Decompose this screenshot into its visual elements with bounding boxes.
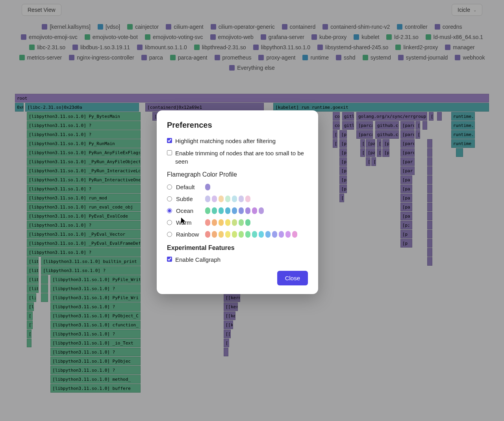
swatch <box>232 196 237 202</box>
swatch <box>259 207 264 214</box>
callgraph-checkbox-row[interactable]: Enable Callgraph <box>167 255 308 264</box>
swatch <box>259 231 264 238</box>
callgraph-checkbox[interactable] <box>167 257 172 262</box>
color-profile-radio[interactable] <box>167 184 172 190</box>
color-profile-rainbow[interactable]: Rainbow <box>167 229 308 239</box>
color-profile-default[interactable]: Default <box>167 182 308 192</box>
color-profile-warm[interactable]: Warm <box>167 218 308 227</box>
swatch <box>212 231 217 238</box>
trim-checkbox[interactable] <box>167 150 172 155</box>
color-profile-swatches <box>205 184 210 190</box>
swatch <box>245 196 250 202</box>
swatch <box>272 231 277 238</box>
highlight-label: Highlight matching nodes after filtering <box>175 137 276 145</box>
color-profile-ocean[interactable]: Ocean <box>167 206 308 215</box>
trim-checkbox-row[interactable]: Enable trimming of nodes that are too sm… <box>167 149 308 166</box>
color-profile-radio[interactable] <box>167 208 172 213</box>
color-profile-swatches <box>205 207 264 214</box>
color-profile-swatches <box>205 196 250 202</box>
swatch <box>252 207 257 214</box>
swatch <box>285 231 291 238</box>
swatch <box>219 196 224 202</box>
swatch <box>239 196 244 202</box>
swatch <box>219 207 224 214</box>
swatch <box>239 219 244 226</box>
swatch <box>225 207 230 214</box>
experimental-heading: Experimental Features <box>167 244 308 251</box>
swatch <box>252 231 257 238</box>
swatch <box>225 196 230 202</box>
swatch <box>245 207 250 214</box>
swatch <box>239 207 244 214</box>
highlight-checkbox[interactable] <box>167 138 172 143</box>
swatch <box>245 219 250 226</box>
trim-label: Enable trimming of nodes that are too sm… <box>175 149 308 166</box>
color-profile-radio[interactable] <box>167 232 172 237</box>
swatch <box>205 196 210 202</box>
swatch <box>232 231 237 238</box>
color-profile-subtle[interactable]: Subtle <box>167 194 308 203</box>
color-profile-label: Default <box>176 184 201 190</box>
swatch <box>225 219 230 226</box>
swatch <box>205 219 210 226</box>
swatch <box>239 231 244 238</box>
swatch <box>292 231 297 238</box>
swatch <box>205 207 210 214</box>
swatch <box>219 219 224 226</box>
swatch <box>212 219 217 226</box>
swatch <box>232 207 237 214</box>
swatch <box>212 207 217 214</box>
modal-title: Preferences <box>167 121 308 130</box>
color-profile-label: Ocean <box>176 207 201 214</box>
swatch <box>265 231 271 238</box>
color-profile-radio[interactable] <box>167 196 172 201</box>
color-profile-swatches <box>205 219 250 226</box>
swatch <box>225 231 230 238</box>
highlight-checkbox-row[interactable]: Highlight matching nodes after filtering <box>167 137 308 145</box>
color-profile-heading: Flamegraph Color Profile <box>167 171 308 178</box>
swatch <box>212 196 217 202</box>
swatch <box>205 231 210 238</box>
swatch <box>205 184 210 190</box>
color-profile-group: DefaultSubtleOceanWarmRainbow <box>167 182 308 239</box>
color-profile-swatches <box>205 231 297 238</box>
color-profile-label: Rainbow <box>176 231 201 238</box>
swatch <box>245 231 250 238</box>
callgraph-label: Enable Callgraph <box>175 255 220 264</box>
close-button[interactable]: Close <box>277 271 308 285</box>
color-profile-label: Subtle <box>176 196 201 202</box>
swatch <box>219 231 224 238</box>
swatch <box>279 231 284 238</box>
swatch <box>232 219 237 226</box>
color-profile-label: Warm <box>176 219 201 226</box>
preferences-modal: Preferences Highlight matching nodes aft… <box>157 110 318 294</box>
color-profile-radio[interactable] <box>167 220 172 225</box>
